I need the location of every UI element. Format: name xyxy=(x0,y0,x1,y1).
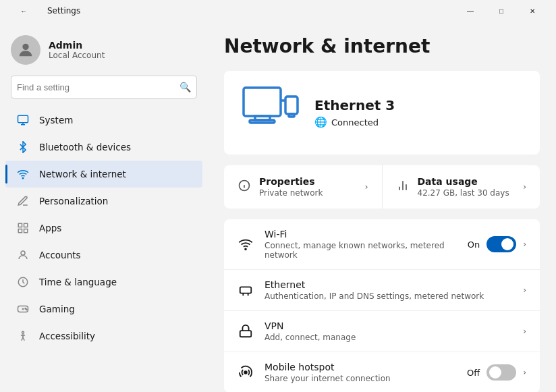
titlebar-title: Settings xyxy=(47,6,80,16)
sidebar-item-bluetooth[interactable]: Bluetooth & devices xyxy=(5,134,202,161)
wifi-chevron: › xyxy=(523,240,526,249)
sidebar-item-accounts[interactable]: Accounts xyxy=(5,242,202,269)
svg-rect-27 xyxy=(240,287,252,293)
svg-rect-30 xyxy=(240,331,252,337)
properties-icon xyxy=(238,179,251,195)
wifi-label: Wi-Fi xyxy=(265,229,457,240)
sidebar-item-apps[interactable]: Apps xyxy=(5,215,202,242)
svg-point-0 xyxy=(22,44,28,50)
ethernet-label: Ethernet xyxy=(265,279,512,290)
data_usage-text: Data usage 42.27 GB, last 30 days xyxy=(418,176,509,198)
wifi-toggle[interactable] xyxy=(486,236,516,252)
settings-row-wifi[interactable]: Wi-Fi Connect, manage known networks, me… xyxy=(224,219,540,270)
hero-name: Ethernet 3 xyxy=(314,97,524,113)
svg-point-15 xyxy=(26,309,28,310)
hotspot-chevron: › xyxy=(523,368,526,377)
maximize-button[interactable]: □ xyxy=(486,0,517,22)
user-name: Admin xyxy=(49,40,105,51)
settings-card: Wi-Fi Connect, manage known networks, me… xyxy=(224,219,540,392)
apps-icon xyxy=(16,221,30,235)
titlebar-controls: — □ ✕ xyxy=(455,0,548,22)
hero-card: Ethernet 3 🌐 Connected xyxy=(224,71,540,155)
sidebar-item-label-system: System xyxy=(39,115,73,125)
data_usage-sub: 42.27 GB, last 30 days xyxy=(418,188,509,198)
vpn-chevron: › xyxy=(523,327,526,336)
settings-row-hotspot[interactable]: Mobile hotspot Share your internet conne… xyxy=(224,352,540,392)
ethernet-chevron: › xyxy=(523,285,526,295)
svg-point-26 xyxy=(245,248,246,250)
app-body: Admin Local Account 🔍 System Bluetooth &… xyxy=(0,22,556,392)
properties-text: Properties Private network xyxy=(259,176,323,198)
hotspot-text: Mobile hotspot Share your internet conne… xyxy=(265,362,456,383)
hotspot-sub: Share your internet connection xyxy=(265,374,456,383)
svg-rect-5 xyxy=(18,223,22,227)
avatar xyxy=(11,35,40,65)
page-title: Network & internet xyxy=(224,35,540,57)
svg-point-16 xyxy=(22,331,24,333)
sidebar-item-personalization[interactable]: Personalization xyxy=(5,188,202,215)
vpn-sub: Add, connect, manage xyxy=(265,333,512,342)
titlebar-left: ← Settings xyxy=(8,0,80,22)
sidebar-item-accessibility[interactable]: Accessibility xyxy=(5,323,202,349)
wifi-right: On › xyxy=(468,236,526,252)
back-button[interactable]: ← xyxy=(8,0,39,22)
hero-info: Ethernet 3 🌐 Connected xyxy=(314,97,524,128)
sidebar-item-network[interactable]: Network & internet xyxy=(5,161,202,188)
properties-chevron: › xyxy=(365,182,368,192)
info-cell-data_usage[interactable]: Data usage 42.27 GB, last 30 days › xyxy=(382,165,540,208)
data_usage-label: Data usage xyxy=(418,176,509,187)
ethernet-text: Ethernet Authentication, IP and DNS sett… xyxy=(265,279,512,301)
svg-point-9 xyxy=(21,251,25,255)
search-box[interactable]: 🔍 xyxy=(11,76,197,99)
sidebar: Admin Local Account 🔍 System Bluetooth &… xyxy=(0,22,208,392)
svg-rect-17 xyxy=(244,88,281,116)
wifi-text: Wi-Fi Connect, manage known networks, me… xyxy=(265,229,457,260)
properties-sub: Private network xyxy=(259,188,323,198)
sidebar-item-label-accounts: Accounts xyxy=(39,250,81,260)
sidebar-item-label-time: Time & language xyxy=(39,277,117,287)
info-cell-properties[interactable]: Properties Private network › xyxy=(224,165,382,208)
close-button[interactable]: ✕ xyxy=(517,0,548,22)
svg-rect-8 xyxy=(24,229,28,233)
info-row: Properties Private network › Data usage … xyxy=(224,165,540,208)
vpn-label: VPN xyxy=(265,320,512,331)
svg-rect-20 xyxy=(285,96,298,114)
svg-point-31 xyxy=(244,371,247,374)
svg-rect-7 xyxy=(18,229,22,233)
search-input[interactable] xyxy=(17,82,174,92)
content-area: Network & internet Ethernet 3 xyxy=(208,22,556,392)
svg-rect-19 xyxy=(250,120,275,123)
sidebar-item-time[interactable]: Time & language xyxy=(5,269,202,296)
vpn-right: › xyxy=(523,327,526,336)
hotspot-right: Off › xyxy=(467,364,526,381)
hotspot-row-icon xyxy=(238,364,254,381)
sidebar-item-label-bluetooth: Bluetooth & devices xyxy=(39,142,131,152)
sidebar-item-label-network: Network & internet xyxy=(39,169,126,179)
svg-point-4 xyxy=(22,177,24,179)
sidebar-item-label-accessibility: Accessibility xyxy=(39,331,95,341)
ethernet-row-icon xyxy=(238,282,254,298)
user-sub: Local Account xyxy=(49,51,105,60)
search-icon: 🔍 xyxy=(179,82,191,92)
properties-label: Properties xyxy=(259,176,323,187)
minimize-button[interactable]: — xyxy=(455,0,486,22)
accounts-icon xyxy=(16,248,30,262)
vpn-row-icon xyxy=(238,323,254,339)
settings-row-vpn[interactable]: VPN Add, connect, manage › xyxy=(224,311,540,352)
user-profile[interactable]: Admin Local Account xyxy=(0,22,208,76)
hotspot-toggle[interactable] xyxy=(486,364,516,381)
titlebar: ← Settings — □ ✕ xyxy=(0,0,556,22)
sidebar-item-label-personalization: Personalization xyxy=(39,196,108,206)
hero-status: 🌐 Connected xyxy=(314,116,524,128)
wifi-row-icon xyxy=(238,236,254,252)
hotspot-label: Mobile hotspot xyxy=(265,362,456,372)
settings-row-ethernet[interactable]: Ethernet Authentication, IP and DNS sett… xyxy=(224,270,540,311)
personalization-icon xyxy=(16,194,30,208)
ethernet-right: › xyxy=(523,285,526,295)
svg-rect-6 xyxy=(24,223,28,227)
sidebar-item-system[interactable]: System xyxy=(5,107,202,134)
sidebar-item-gaming[interactable]: Gaming xyxy=(5,296,202,323)
system-icon xyxy=(16,113,30,127)
hotspot-toggle-label: Off xyxy=(467,368,480,378)
globe-icon: 🌐 xyxy=(314,116,327,128)
